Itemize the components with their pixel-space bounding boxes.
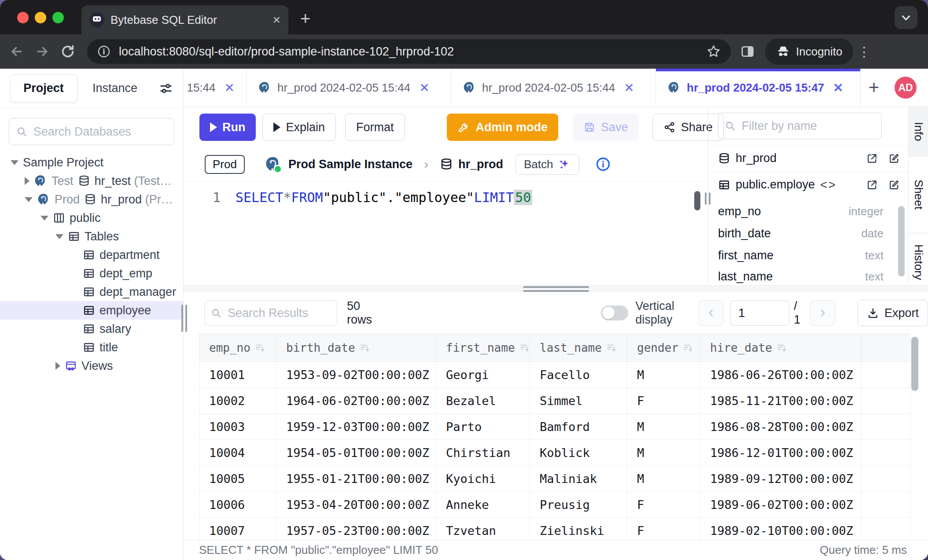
cell[interactable]: 1954-05-01T00:00:00Z — [276, 440, 436, 466]
cell[interactable]: 1986-08-28T00:00:00Z — [700, 414, 862, 440]
sort-icon[interactable] — [360, 343, 370, 353]
tab-sheet[interactable]: Sheet — [909, 156, 928, 233]
external-link-icon[interactable] — [866, 152, 878, 165]
cell[interactable]: 10003 — [199, 414, 276, 440]
column-row[interactable]: first_name text — [718, 244, 884, 266]
info-icon[interactable] — [595, 156, 611, 172]
schema-filter-input[interactable] — [741, 119, 875, 133]
edit-icon[interactable] — [888, 152, 900, 165]
cell[interactable]: Chirstian — [436, 440, 530, 466]
close-worksheet-icon[interactable]: ✕ — [225, 81, 235, 95]
back-button[interactable] — [8, 43, 26, 60]
tree-item-title[interactable]: title — [0, 338, 183, 357]
cell[interactable]: Georgi — [436, 362, 530, 388]
column-row[interactable]: birth_date date — [718, 222, 884, 244]
tree-item-public-schema[interactable]: public — [0, 209, 183, 227]
cell[interactable]: M — [627, 362, 700, 388]
cell[interactable]: 10004 — [199, 440, 276, 466]
table-row[interactable]: 100041954-05-01T00:00:00ZChirstianKoblic… — [199, 440, 910, 466]
sort-icon[interactable] — [683, 343, 693, 353]
new-worksheet-button[interactable]: + — [861, 69, 887, 107]
database-search[interactable] — [9, 118, 174, 145]
close-worksheet-icon[interactable]: ✕ — [624, 81, 634, 95]
cell[interactable]: 1986-06-26T00:00:00Z — [700, 362, 862, 388]
editor-scrollbar[interactable] — [694, 191, 700, 210]
tree-settings-button[interactable] — [158, 81, 173, 96]
schema-database-row[interactable]: hr_prod — [708, 145, 908, 171]
table-row[interactable]: 100021964-06-02T00:00:00ZBezalelSimmelF1… — [199, 388, 910, 414]
cell[interactable]: F — [627, 388, 700, 414]
side-panel-button[interactable] — [739, 43, 756, 60]
sort-icon[interactable] — [519, 343, 530, 353]
cell[interactable]: 10006 — [199, 492, 276, 518]
edit-icon[interactable] — [888, 179, 900, 191]
cell[interactable]: Simmel — [530, 388, 627, 414]
code-icon[interactable]: <> — [820, 178, 836, 192]
tree-item-views[interactable]: Views — [0, 357, 183, 375]
cell[interactable]: Facello — [530, 362, 627, 388]
cell[interactable]: 1959-12-03T00:00:00Z — [276, 414, 436, 440]
save-button[interactable]: Save — [573, 114, 639, 141]
site-info-icon[interactable] — [97, 44, 111, 59]
zoom-window-button[interactable] — [52, 12, 64, 23]
column-header[interactable]: birth_date — [276, 334, 436, 362]
format-button[interactable]: Format — [345, 114, 405, 141]
table-row[interactable]: 100011953-09-02T00:00:00ZGeorgiFacelloM1… — [199, 362, 910, 388]
cell[interactable]: Preusig — [530, 492, 627, 518]
cell[interactable]: 1989-09-12T00:00:00Z — [700, 466, 862, 492]
worksheet-tab-2[interactable]: hr_prod 2024-02-05 15:44 ✕ — [247, 69, 451, 107]
cell[interactable]: Anneke — [436, 492, 530, 518]
cell[interactable]: Bezalel — [436, 388, 530, 414]
tree-item-dept-manager[interactable]: dept_manager — [0, 283, 183, 301]
export-button[interactable]: Export — [858, 300, 928, 326]
cell[interactable]: 10005 — [199, 466, 276, 492]
tree-item-dept-emp[interactable]: dept_emp — [0, 264, 183, 283]
cell[interactable]: M — [627, 440, 700, 466]
sort-icon[interactable] — [606, 343, 617, 353]
sort-icon[interactable] — [777, 343, 787, 353]
table-row[interactable]: 100031959-12-03T00:00:00ZPartoBamfordM19… — [199, 414, 910, 440]
tree-item-tables[interactable]: Tables — [0, 227, 183, 246]
incognito-badge[interactable]: Incognito — [765, 38, 853, 65]
cell[interactable]: 1989-06-02T00:00:00Z — [700, 492, 862, 518]
cell[interactable]: 1964-06-02T00:00:00Z — [276, 388, 436, 414]
close-worksheet-icon[interactable]: ✕ — [833, 81, 843, 95]
cell[interactable]: Kyoichi — [436, 466, 530, 492]
new-tab-button[interactable]: + — [300, 10, 310, 27]
explain-button[interactable]: Explain — [262, 114, 336, 141]
column-header[interactable]: emp_no — [199, 334, 276, 362]
environment-chip[interactable]: Prod — [205, 155, 245, 174]
sql-editor[interactable]: 1SELECT * FROM "public"."employee" LIMIT… — [184, 181, 708, 285]
external-link-icon[interactable] — [866, 179, 878, 191]
tab-project[interactable]: Project — [10, 74, 77, 103]
tab-search-button[interactable] — [895, 6, 917, 29]
results-search-input[interactable] — [227, 306, 331, 321]
column-header[interactable]: hire_date — [700, 334, 862, 362]
tree-item-sample-project[interactable]: Sample Project — [0, 153, 183, 172]
cell[interactable]: M — [627, 466, 700, 492]
schema-filter[interactable] — [718, 113, 882, 139]
close-worksheet-icon[interactable]: ✕ — [419, 81, 429, 95]
cell[interactable]: F — [627, 492, 700, 518]
cell[interactable]: Bamford — [530, 414, 627, 440]
close-window-button[interactable] — [17, 12, 29, 23]
table-row[interactable]: 100061953-04-20T00:00:00ZAnnekePreusigF1… — [199, 492, 910, 518]
cell[interactable]: Parto — [436, 414, 530, 440]
sort-icon[interactable] — [255, 343, 265, 353]
vertical-display-toggle[interactable] — [601, 306, 628, 321]
run-button[interactable]: Run — [199, 114, 256, 141]
worksheet-tab-1[interactable]: 5 15:44 ✕ — [184, 69, 247, 107]
cell[interactable]: 10001 — [199, 362, 276, 388]
column-header[interactable]: last_name — [530, 334, 627, 362]
tab-history[interactable]: History — [909, 233, 928, 291]
cell[interactable]: 10002 — [199, 388, 276, 414]
instance-name[interactable]: Prod Sample Instance — [288, 158, 412, 171]
address-bar[interactable]: localhost:8080/sql-editor/prod-sample-in… — [87, 39, 731, 64]
cell[interactable]: 1986-12-01T00:00:00Z — [700, 440, 862, 466]
table-scrollbar[interactable] — [911, 337, 918, 391]
tree-item-hr-test[interactable]: Test hr_test (Test… — [0, 172, 183, 190]
worksheet-tab-4-active[interactable]: hr_prod 2024-02-05 15:47 ✕ — [656, 69, 861, 107]
database-search-input[interactable] — [33, 125, 167, 139]
cell[interactable]: 1985-11-21T00:00:00Z — [700, 388, 862, 414]
admin-mode-button[interactable]: Admin mode — [447, 114, 559, 141]
